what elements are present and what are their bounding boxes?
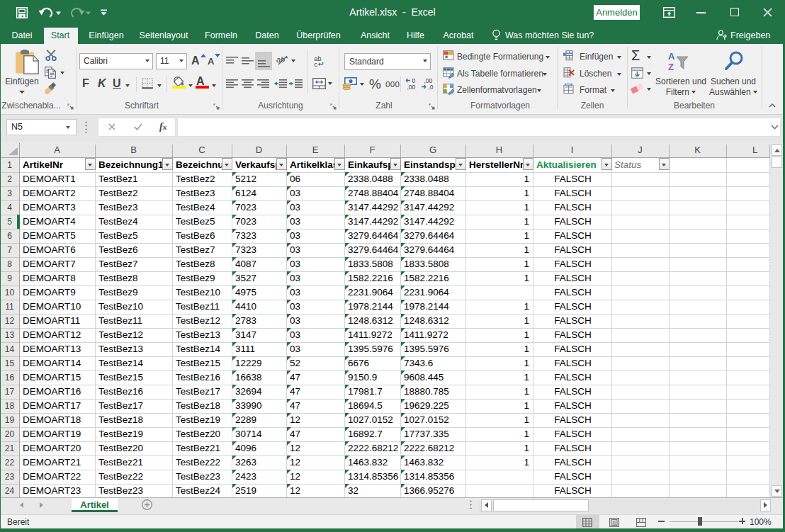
svg-text:≠: ≠ [445,54,448,60]
svg-text:c: c [315,61,318,67]
svg-text:Z: Z [668,62,674,72]
svg-text:,00: ,00 [407,84,416,91]
svg-text:,0: ,0 [429,84,434,91]
svg-text:A: A [668,51,675,62]
